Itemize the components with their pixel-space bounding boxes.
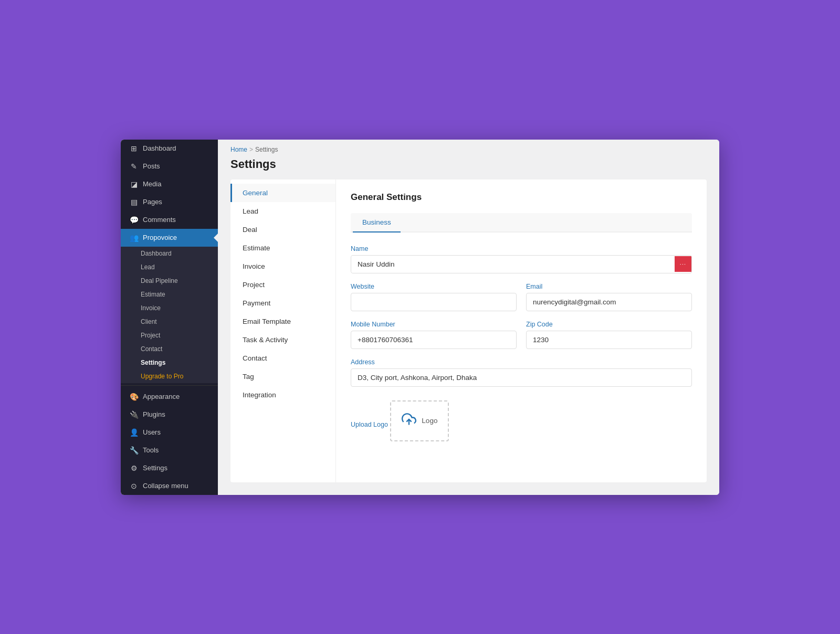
- settings-nav-estimate[interactable]: Estimate: [230, 239, 335, 257]
- sidebar-item-posts-label: Posts: [143, 162, 160, 170]
- sidebar-sub-pv-deal-pipeline[interactable]: Deal Pipeline: [121, 274, 218, 288]
- settings-nav-integration[interactable]: Integration: [230, 386, 335, 404]
- sidebar-item-collapse[interactable]: ⊙ Collapse menu: [121, 477, 218, 495]
- browser-window: ⊞ Dashboard ✎ Posts ◪ Media ▤ Pages 💬 Co…: [121, 140, 719, 495]
- sidebar-item-plugins-label: Plugins: [143, 410, 165, 418]
- zipcode-label: Zip Code: [526, 321, 692, 328]
- main-content: Home > Settings Settings General Lead De…: [218, 140, 719, 495]
- sidebar-sub-pv-upgrade[interactable]: Upgrade to Pro: [121, 369, 218, 383]
- address-input[interactable]: [351, 368, 692, 387]
- form-group-website: Website: [351, 283, 517, 311]
- sidebar-item-settings[interactable]: ⚙ Settings: [121, 459, 218, 477]
- website-input[interactable]: [351, 293, 517, 311]
- mobile-input[interactable]: [351, 331, 517, 349]
- form-group-address: Address: [351, 358, 692, 387]
- panel-tabs: Business: [351, 213, 692, 233]
- form-mobile-zip-row: Mobile Number Zip Code: [351, 321, 692, 349]
- page-title: Settings: [218, 155, 719, 179]
- website-label: Website: [351, 283, 517, 290]
- sidebar-item-media[interactable]: ◪ Media: [121, 175, 218, 193]
- form-address-row: Address: [351, 358, 692, 387]
- upload-icon: [402, 412, 416, 430]
- sidebar-item-pages-label: Pages: [143, 198, 162, 206]
- breadcrumb-home[interactable]: Home: [230, 146, 247, 153]
- settings-nav: General Lead Deal Estimate Invoice Proje…: [230, 179, 335, 482]
- sidebar-item-appearance[interactable]: 🎨 Appearance: [121, 388, 218, 406]
- sidebar-item-plugins[interactable]: 🔌 Plugins: [121, 406, 218, 424]
- name-label: Name: [351, 245, 692, 252]
- sidebar-sub-menu: Dashboard Lead Deal Pipeline Estimate In…: [121, 247, 218, 383]
- pages-icon: ▤: [129, 198, 139, 206]
- mobile-label: Mobile Number: [351, 321, 517, 328]
- propovoice-arrow: [214, 234, 218, 242]
- email-label: Email: [526, 283, 692, 290]
- settings-body: General Lead Deal Estimate Invoice Proje…: [218, 179, 719, 495]
- form-name-row: Name ···: [351, 245, 692, 273]
- settings-nav-lead[interactable]: Lead: [230, 202, 335, 220]
- sidebar-sub-pv-settings[interactable]: Settings: [121, 356, 218, 369]
- sidebar-sub-pv-project[interactable]: Project: [121, 329, 218, 342]
- propovoice-icon: 👥: [129, 234, 139, 242]
- plugins-icon: 🔌: [129, 410, 139, 419]
- upload-btn-label: Logo: [422, 417, 437, 425]
- settings-nav-email-template[interactable]: Email Template: [230, 312, 335, 331]
- sidebar-item-dashboard[interactable]: ⊞ Dashboard: [121, 140, 218, 157]
- settings-nav-general[interactable]: General: [230, 184, 335, 202]
- sidebar-item-settings-label: Settings: [143, 464, 167, 472]
- settings-nav-deal[interactable]: Deal: [230, 220, 335, 239]
- sidebar-sub-pv-estimate[interactable]: Estimate: [121, 288, 218, 301]
- media-icon: ◪: [129, 180, 139, 188]
- upload-label: Upload Logo: [351, 421, 388, 428]
- email-input[interactable]: [526, 293, 692, 311]
- tab-business[interactable]: Business: [353, 213, 401, 233]
- panel-title: General Settings: [351, 192, 692, 203]
- settings-nav-tag[interactable]: Tag: [230, 367, 335, 386]
- sidebar-sub-pv-invoice[interactable]: Invoice: [121, 301, 218, 315]
- sidebar-item-tools-label: Tools: [143, 446, 159, 454]
- settings-panel: General Settings Business Name ···: [335, 179, 707, 482]
- upload-logo-area[interactable]: Logo: [390, 400, 449, 441]
- comments-icon: 💬: [129, 216, 139, 224]
- sidebar-item-appearance-label: Appearance: [143, 393, 180, 400]
- sidebar-item-users-label: Users: [143, 428, 161, 436]
- sidebar-item-media-label: Media: [143, 180, 161, 188]
- settings-nav-contact[interactable]: Contact: [230, 349, 335, 367]
- sidebar-item-comments-label: Comments: [143, 216, 176, 224]
- zipcode-input[interactable]: [526, 331, 692, 349]
- form-group-name: Name ···: [351, 245, 692, 273]
- settings-nav-project[interactable]: Project: [230, 276, 335, 294]
- sidebar-sub-pv-contact[interactable]: Contact: [121, 342, 218, 356]
- sidebar-item-pages[interactable]: ▤ Pages: [121, 193, 218, 211]
- form-group-mobile: Mobile Number: [351, 321, 517, 349]
- sidebar-item-collapse-label: Collapse menu: [143, 482, 188, 490]
- form-group-zipcode: Zip Code: [526, 321, 692, 349]
- users-icon: 👤: [129, 428, 139, 437]
- settings-nav-payment[interactable]: Payment: [230, 294, 335, 312]
- sidebar-item-tools[interactable]: 🔧 Tools: [121, 441, 218, 459]
- appearance-icon: 🎨: [129, 393, 139, 401]
- sidebar-item-propovoice-label: Propovoice: [143, 234, 177, 241]
- name-input[interactable]: [351, 256, 675, 273]
- settings-nav-task-activity[interactable]: Task & Activity: [230, 331, 335, 349]
- app-layout: ⊞ Dashboard ✎ Posts ◪ Media ▤ Pages 💬 Co…: [121, 140, 719, 495]
- settings-wp-icon: ⚙: [129, 464, 139, 472]
- dashboard-icon: ⊞: [129, 144, 139, 153]
- posts-icon: ✎: [129, 162, 139, 171]
- sidebar-sub-pv-dashboard[interactable]: Dashboard: [121, 247, 218, 260]
- sidebar-item-posts[interactable]: ✎ Posts: [121, 157, 218, 175]
- breadcrumb: Home > Settings: [218, 140, 719, 155]
- settings-nav-invoice[interactable]: Invoice: [230, 257, 335, 276]
- name-options-button[interactable]: ···: [675, 256, 691, 272]
- sidebar-sub-pv-client[interactable]: Client: [121, 315, 218, 329]
- collapse-icon: ⊙: [129, 482, 139, 490]
- sidebar-sub-pv-lead[interactable]: Lead: [121, 260, 218, 274]
- address-label: Address: [351, 358, 692, 366]
- sidebar-item-dashboard-label: Dashboard: [143, 144, 176, 152]
- breadcrumb-current: Settings: [255, 146, 278, 153]
- tools-icon: 🔧: [129, 446, 139, 455]
- sidebar-item-comments[interactable]: 💬 Comments: [121, 211, 218, 229]
- sidebar-item-users[interactable]: 👤 Users: [121, 424, 218, 441]
- sidebar-item-propovoice[interactable]: 👥 Propovoice: [121, 229, 218, 247]
- name-input-wrapper: ···: [351, 255, 692, 273]
- form-upload-row: Upload Logo Logo: [351, 396, 692, 441]
